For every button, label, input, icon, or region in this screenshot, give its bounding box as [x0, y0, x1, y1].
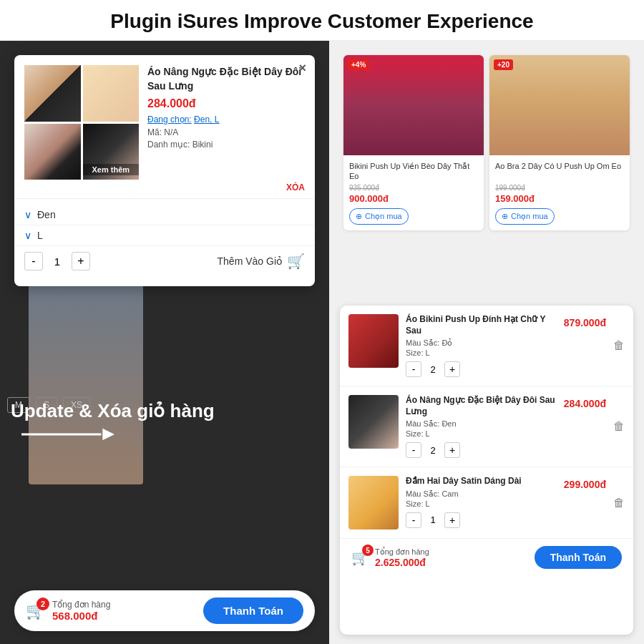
cart-item-3: Đầm Hai Dây Satin Dáng Dài Màu Sắc: Cam …: [340, 467, 633, 539]
cart-item-size-3: Size: L: [406, 499, 557, 508]
product-card-new-price-2: 159.000đ: [495, 193, 624, 204]
popup-size-label: L: [37, 230, 43, 241]
cart-item-delete-1[interactable]: 🗑: [613, 339, 625, 352]
checkout-button-top[interactable]: Thanh Toán: [203, 597, 303, 624]
cart-item-info-1: Áo Bikini Push Up Đính Hạt Chữ Y Sau Màu…: [406, 314, 557, 377]
product-card-new-price-1: 900.000đ: [349, 193, 478, 204]
popup-chosen-label: Đang chọn:: [147, 114, 192, 125]
right-panel: W Thietkeweb giarehcm.com +4% Bikini Pus…: [329, 41, 644, 644]
product-card-body-2: Ao Bra 2 Dây Có U Push Up Om Eo 199.000đ…: [489, 155, 630, 230]
cart-item-size-1: Size: L: [406, 348, 557, 357]
main-area: × Xem thêm Áo Nâng Ngực Đặc Biệt Dây Đôi…: [0, 41, 644, 644]
cart-item-qty-row-2: - 2 +: [406, 442, 557, 458]
product-card-1: +4% Bikini Push Up Viền Bèo Dây Thắt Eo …: [343, 55, 484, 230]
qty-decrease-button[interactable]: -: [24, 252, 43, 270]
cart-item-delete-3[interactable]: 🗑: [613, 497, 625, 509]
cart-total-label: Tổng đơn hàng: [52, 600, 110, 610]
cart-item-2: Áo Nâng Ngực Đặc Biệt Dây Đôi Sau Lưng M…: [340, 386, 633, 467]
circle-icon-1: ⊕: [356, 212, 362, 221]
cart-footer-icon-wrap: 🛒 5: [351, 549, 369, 566]
popup-chosen-value: Đen, L: [194, 114, 219, 125]
cart-panel: Áo Bikini Push Up Đính Hạt Chữ Y Sau Màu…: [340, 306, 633, 635]
svg-marker-3: [102, 429, 114, 441]
quick-buy-popup: × Xem thêm Áo Nâng Ngực Đặc Biệt Dây Đôi…: [14, 55, 315, 286]
product-card-old-price-2: 199.000đ: [495, 184, 624, 192]
product-card-name-2: Ao Bra 2 Dây Có U Push Up Om Eo: [495, 161, 624, 181]
qty-val-2: 2: [427, 445, 439, 456]
popup-divider-1: [14, 198, 315, 199]
cart-item-image-2: [348, 395, 399, 449]
xem-them-label[interactable]: Xem thêm: [83, 164, 140, 175]
popup-color-select[interactable]: ∨ Đen: [14, 205, 315, 225]
cart-item-color-2: Màu Sắc: Đen: [406, 419, 557, 429]
popup-product-name: Áo Nâng Ngực Đặc Biệt Dây Đôi Sau Lưng: [147, 65, 305, 93]
background-model-image: [29, 284, 143, 484]
cart-item-qty-row-3: - 1 +: [406, 512, 557, 528]
popup-delete-button[interactable]: XÓA: [286, 182, 305, 192]
product-card-btn-1[interactable]: ⊕ Chọn mua: [349, 208, 409, 225]
product-image-2: [83, 65, 140, 122]
product-card-name-1: Bikini Push Up Viền Bèo Dây Thắt Eo: [349, 161, 478, 181]
page-title: Plugin iSures Improve Customer Experienc…: [7, 10, 637, 33]
product-badge-2: +20: [494, 59, 513, 70]
add-to-cart-label: Thêm Vào Giỏ: [218, 255, 283, 267]
popup-product-images: Xem thêm: [24, 65, 139, 180]
qty-decrease-btn-3[interactable]: -: [406, 512, 421, 528]
popup-product-price: 284.000đ: [147, 97, 305, 110]
product-card-btn-label-1: Chọn mua: [365, 212, 402, 221]
qty-val-3: 1: [427, 514, 439, 525]
popup-close-button[interactable]: ×: [298, 61, 306, 76]
cart-item-name-2: Áo Nâng Ngực Đặc Biệt Dây Đôi Sau Lưng: [406, 395, 557, 417]
left-panel: × Xem thêm Áo Nâng Ngực Đặc Biệt Dây Đôi…: [0, 41, 329, 644]
cart-bar-top: 🛒 2 Tổng đơn hàng 568.000đ Thanh Toán: [14, 590, 315, 631]
product-card-old-price-1: 935.000đ: [349, 184, 478, 192]
cart-item-1: Áo Bikini Push Up Đính Hạt Chữ Y Sau Màu…: [340, 306, 633, 386]
popup-product-info: Áo Nâng Ngực Đặc Biệt Dây Đôi Sau Lưng 2…: [147, 65, 305, 180]
qty-increase-btn-2[interactable]: +: [444, 442, 460, 458]
qty-value: 1: [50, 255, 64, 268]
product-image-4: Xem thêm: [83, 124, 140, 180]
qty-val-1: 2: [427, 364, 439, 375]
cart-totals: Tổng đơn hàng 568.000đ: [52, 600, 110, 622]
cart-footer-badge: 5: [362, 545, 374, 556]
cart-icon-wrapper: 🛒 2: [26, 602, 45, 620]
popup-size-select[interactable]: ∨ L: [14, 225, 315, 246]
cart-footer-total: 2.625.000đ: [375, 557, 429, 568]
product-cards-row: +4% Bikini Push Up Viền Bèo Dây Thắt Eo …: [329, 41, 644, 230]
cart-footer: 🛒 5 Tổng đơn hàng 2.625.000đ Thanh Toán: [340, 539, 633, 576]
popup-color-label: Đen: [37, 209, 56, 220]
popup-qty-row: - 1 + Thêm Vào Giỏ 🛒: [14, 246, 315, 276]
chevron-down-icon: ∨: [24, 209, 31, 220]
popup-product-row: Xem thêm Áo Nâng Ngực Đặc Biệt Dây Đôi S…: [14, 55, 315, 180]
product-image-3: [24, 124, 81, 180]
background-products: [0, 284, 329, 499]
product-card-image-1: +4%: [343, 55, 484, 155]
product-card-2: +20 Ao Bra 2 Dây Có U Push Up Om Eo 199.…: [489, 55, 630, 230]
cart-arrow-icon: [21, 424, 114, 445]
cart-item-image-3: [348, 476, 399, 530]
qty-decrease-btn-1[interactable]: -: [406, 361, 421, 377]
cart-footer-left: 🛒 5 Tổng đơn hàng 2.625.000đ: [351, 547, 429, 568]
cart-item-name-1: Áo Bikini Push Up Đính Hạt Chữ Y Sau: [406, 314, 557, 336]
page-header: Plugin iSures Improve Customer Experienc…: [0, 0, 644, 41]
product-card-body-1: Bikini Push Up Viền Bèo Dây Thắt Eo 935.…: [343, 155, 484, 230]
cart-item-image-1: [348, 314, 399, 368]
qty-decrease-btn-2[interactable]: -: [406, 442, 421, 458]
add-to-cart-button[interactable]: Thêm Vào Giỏ 🛒: [218, 253, 305, 270]
cart-item-name-3: Đầm Hai Dây Satin Dáng Dài: [406, 476, 557, 487]
cart-item-size-2: Size: L: [406, 429, 557, 438]
checkout-button-bottom[interactable]: Thanh Toán: [535, 546, 622, 569]
qty-increase-btn-3[interactable]: +: [444, 512, 460, 528]
cart-bar-left: 🛒 2 Tổng đơn hàng 568.000đ: [26, 600, 110, 622]
cart-icon: 🛒: [287, 253, 305, 270]
cart-item-price-3: 299.000đ: [564, 476, 606, 490]
update-cart-label: Update & Xóa giỏ hàng: [11, 399, 215, 424]
product-card-btn-2[interactable]: ⊕ Chọn mua: [495, 208, 555, 225]
popup-delete-row: XÓA: [14, 180, 315, 192]
product-card-btn-label-2: Chọn mua: [511, 212, 548, 221]
qty-increase-btn-1[interactable]: +: [444, 361, 460, 377]
product-badge-1: +4%: [348, 59, 369, 70]
cart-total-amount: 568.000đ: [52, 610, 110, 622]
cart-item-delete-2[interactable]: 🗑: [613, 420, 625, 433]
qty-increase-button[interactable]: +: [72, 252, 90, 270]
